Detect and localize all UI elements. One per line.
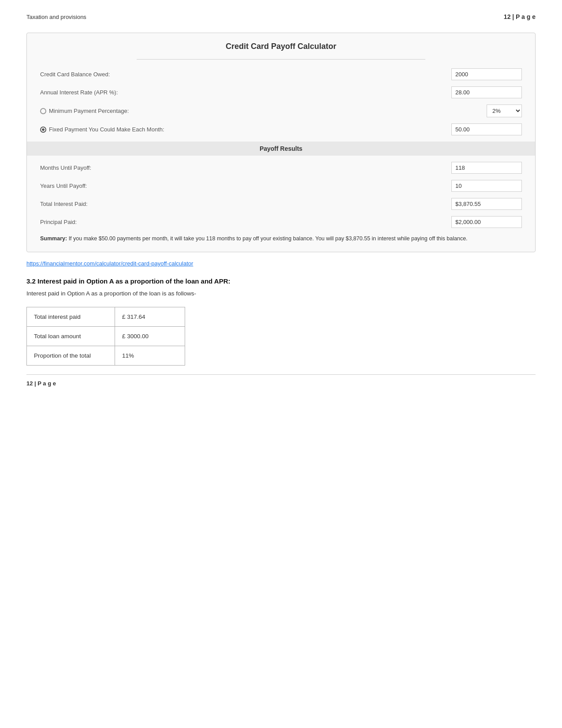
apr-input[interactable]	[451, 86, 522, 98]
summary-text: Summary: If you make $50.00 payments per…	[40, 234, 522, 243]
table-row: Proportion of the total11%	[27, 346, 185, 366]
section-subtext: Interest paid in Option A as a proportio…	[26, 289, 536, 298]
calculator-title: Credit Card Payoff Calculator	[40, 42, 522, 51]
table-cell-label: Total loan amount	[27, 327, 115, 346]
fixed-payment-radio[interactable]	[40, 127, 46, 133]
page-footer: 12 | P a g e	[26, 374, 536, 387]
years-input	[451, 180, 522, 192]
section-number: 3.2	[26, 277, 36, 285]
minimum-payment-select[interactable]: 2% 3% 4% 5%	[487, 105, 522, 117]
years-label: Years Until Payoff:	[40, 183, 451, 189]
calculator-box: Credit Card Payoff Calculator Credit Car…	[26, 33, 536, 252]
table-cell-value: £ 317.64	[115, 307, 185, 327]
months-row: Months Until Payoff:	[40, 162, 522, 174]
apr-label: Annual Interest Rate (APR %):	[40, 89, 451, 96]
months-input	[451, 162, 522, 174]
summary-bold: Summary:	[40, 235, 67, 242]
total-interest-row: Total Interest Paid:	[40, 198, 522, 210]
table-row: Total loan amount£ 3000.00	[27, 327, 185, 346]
table-cell-label: Total interest paid	[27, 307, 115, 327]
minimum-payment-row: Minimum Payment Percentage: 2% 3% 4% 5%	[40, 105, 522, 117]
fixed-payment-row: Fixed Payment You Could Make Each Month:	[40, 123, 522, 135]
total-interest-label: Total Interest Paid:	[40, 201, 451, 207]
principal-paid-row: Principal Paid:	[40, 216, 522, 228]
table-row: Total interest paid£ 317.64	[27, 307, 185, 327]
divider	[137, 59, 426, 60]
section-heading: 3.2 Interest paid in Option A as a propo…	[26, 277, 536, 285]
header-left: Taxation and provisions	[26, 14, 86, 20]
fixed-payment-label: Fixed Payment You Could Make Each Month:	[49, 126, 164, 133]
section-3-2: 3.2 Interest paid in Option A as a propo…	[26, 277, 536, 366]
balance-input[interactable]	[451, 68, 522, 80]
summary-body: If you make $50.00 payments per month, i…	[69, 235, 468, 242]
calculator-link[interactable]: https://financialmentor.com/calculator/c…	[26, 260, 193, 267]
section-heading-text: Interest paid in Option A as a proportio…	[37, 277, 231, 285]
table-cell-value: £ 3000.00	[115, 327, 185, 346]
header-right: 12 | P a g e	[504, 13, 536, 20]
apr-row: Annual Interest Rate (APR %):	[40, 86, 522, 98]
calculator-link-line: https://financialmentor.com/calculator/c…	[26, 260, 536, 267]
balance-row: Credit Card Balance Owed:	[40, 68, 522, 80]
page-header: Taxation and provisions 12 | P a g e	[26, 13, 536, 24]
principal-paid-input	[451, 216, 522, 228]
proportion-table: Total interest paid£ 317.64Total loan am…	[26, 307, 185, 366]
principal-paid-label: Principal Paid:	[40, 219, 451, 225]
fixed-payment-label-group[interactable]: Fixed Payment You Could Make Each Month:	[40, 126, 164, 133]
footer-text: 12 | P a g e	[26, 380, 56, 387]
balance-label: Credit Card Balance Owed:	[40, 71, 451, 78]
minimum-payment-label-group[interactable]: Minimum Payment Percentage:	[40, 108, 129, 114]
table-cell-value: 11%	[115, 346, 185, 366]
fixed-payment-input[interactable]	[451, 123, 522, 135]
minimum-payment-radio[interactable]	[40, 108, 46, 114]
total-interest-input	[451, 198, 522, 210]
years-row: Years Until Payoff:	[40, 180, 522, 192]
months-label: Months Until Payoff:	[40, 164, 451, 171]
table-cell-label: Proportion of the total	[27, 346, 115, 366]
minimum-payment-label: Minimum Payment Percentage:	[49, 108, 129, 114]
payoff-results-header: Payoff Results	[27, 142, 535, 156]
